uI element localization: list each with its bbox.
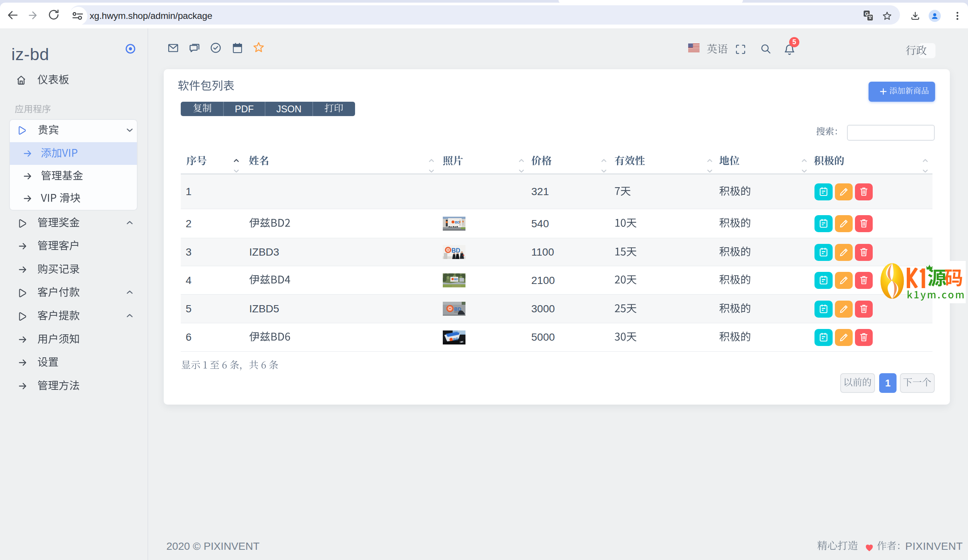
svg-text:BD: BD	[454, 278, 458, 280]
svg-text:BD: BD	[455, 220, 460, 224]
svg-text:BD: BD	[451, 247, 460, 254]
